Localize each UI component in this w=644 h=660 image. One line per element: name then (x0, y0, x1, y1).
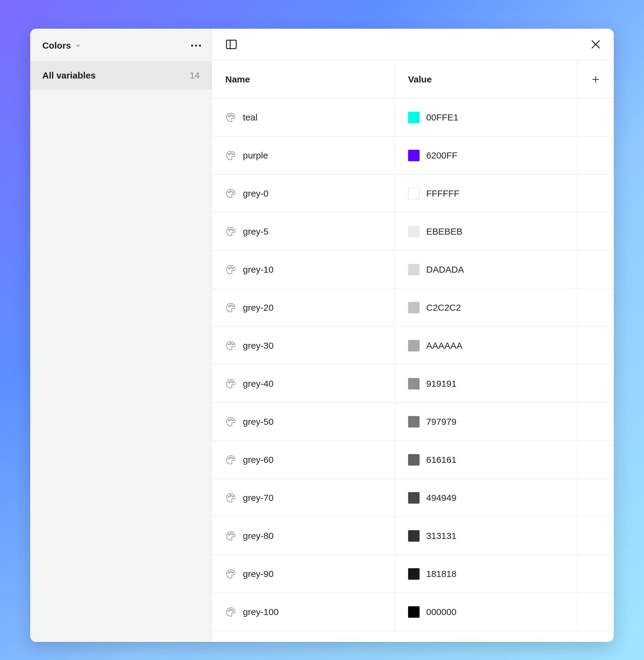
table-row[interactable]: grey-60 616161 (212, 441, 614, 479)
svg-point-49 (230, 609, 231, 610)
variable-extra-cell (578, 517, 614, 555)
table-row[interactable]: grey-20 C2C2C2 (212, 289, 614, 327)
variable-value-cell[interactable]: 616161 (395, 441, 578, 478)
more-options-button[interactable] (189, 39, 203, 52)
svg-point-29 (232, 344, 233, 345)
color-swatch (408, 416, 419, 427)
variable-name: grey-100 (243, 607, 278, 617)
variable-name-cell[interactable]: grey-90 (212, 555, 395, 593)
variable-value-cell[interactable]: 797979 (395, 403, 578, 441)
svg-point-45 (228, 572, 230, 573)
toggle-sidebar-button[interactable] (224, 37, 239, 52)
palette-icon (225, 416, 236, 427)
variable-value-cell[interactable]: AAAAAA (395, 327, 578, 364)
svg-point-37 (230, 457, 231, 458)
variable-name-cell[interactable]: grey-100 (212, 593, 395, 631)
sidebar-item-label: All variables (42, 70, 96, 80)
variable-name-cell[interactable]: grey-50 (212, 403, 395, 441)
table-row[interactable]: grey-80 313131 (212, 517, 614, 555)
variables-table: Name Value (212, 61, 614, 642)
variable-extra-cell (578, 365, 614, 402)
variable-name: grey-50 (243, 417, 274, 427)
variable-name: grey-10 (243, 264, 274, 275)
table-row[interactable]: grey-100 000000 (212, 593, 614, 631)
variable-name-cell[interactable]: grey-40 (212, 365, 395, 402)
palette-icon (225, 492, 236, 503)
svg-point-13 (230, 152, 231, 154)
palette-icon (225, 112, 236, 123)
variable-name-cell[interactable]: purple (212, 137, 395, 174)
variable-value: 00FFE1 (426, 112, 459, 123)
svg-point-48 (228, 610, 230, 611)
svg-point-1 (195, 45, 197, 47)
variable-name: grey-80 (243, 531, 274, 541)
variable-name: grey-30 (243, 340, 274, 351)
variable-value: 000000 (426, 607, 456, 617)
variable-value: C2C2C2 (426, 303, 461, 313)
svg-point-42 (228, 534, 230, 535)
variable-name-cell[interactable]: grey-20 (212, 289, 395, 326)
variable-name-cell[interactable]: grey-60 (212, 441, 395, 478)
variable-value-cell[interactable]: 00FFE1 (395, 98, 578, 136)
table-row[interactable]: grey-40 919191 (212, 365, 614, 403)
variable-value-cell[interactable]: FFFFFF (395, 174, 578, 212)
variable-value: 494949 (426, 493, 456, 503)
variable-name-cell[interactable]: grey-80 (212, 517, 395, 555)
column-header-name[interactable]: Name (212, 61, 395, 98)
more-horizontal-icon (191, 44, 201, 47)
variable-value-cell[interactable]: 494949 (395, 479, 578, 517)
table-row[interactable]: grey-10 DADADA (212, 251, 614, 289)
svg-point-25 (230, 305, 231, 306)
column-header-value[interactable]: Value (395, 61, 578, 98)
svg-point-23 (232, 267, 233, 269)
table-row[interactable]: grey-50 797979 (212, 403, 614, 441)
variable-name-cell[interactable]: grey-10 (212, 251, 395, 288)
close-button[interactable] (589, 37, 603, 52)
variables-toolbar (212, 29, 614, 61)
svg-point-36 (228, 458, 230, 459)
variable-value-cell[interactable]: 313131 (395, 517, 578, 555)
column-header-value-label: Value (408, 74, 432, 85)
variable-value-cell[interactable]: 181818 (395, 555, 578, 593)
color-swatch (408, 530, 419, 542)
svg-point-50 (232, 610, 233, 611)
palette-icon (225, 378, 236, 389)
add-mode-button[interactable] (591, 61, 600, 98)
variables-sidebar: Colors All variables 14 (30, 29, 212, 642)
table-row[interactable]: teal 00FFE1 (212, 98, 614, 137)
variable-name: grey-5 (243, 227, 269, 237)
variable-value-cell[interactable]: C2C2C2 (395, 289, 578, 326)
svg-point-16 (230, 190, 231, 192)
table-row[interactable]: grey-0 FFFFFF (212, 174, 614, 213)
variable-value-cell[interactable]: EBEBEB (395, 213, 578, 250)
table-row[interactable]: grey-90 181818 (212, 555, 614, 593)
table-row[interactable]: grey-30 AAAAAA (212, 327, 614, 365)
variable-value-cell[interactable]: DADADA (395, 251, 578, 288)
sidebar-item-all-variables[interactable]: All variables 14 (30, 61, 212, 90)
variable-value: 181818 (426, 569, 456, 579)
table-row[interactable]: grey-70 494949 (212, 479, 614, 517)
variable-value-cell[interactable]: 919191 (395, 365, 578, 402)
collection-picker[interactable]: Colors (42, 41, 81, 51)
table-row[interactable]: purple 6200FF (212, 137, 614, 174)
variables-panel: Colors All variables 14 (30, 29, 614, 642)
variable-name-cell[interactable]: grey-0 (212, 174, 395, 212)
variable-name-cell[interactable]: teal (212, 98, 395, 136)
variable-name-cell[interactable]: grey-70 (212, 479, 395, 517)
color-swatch (408, 378, 419, 390)
variable-value-cell[interactable]: 000000 (395, 593, 578, 631)
color-swatch (408, 454, 419, 466)
svg-point-40 (230, 495, 231, 496)
variable-name: grey-90 (243, 569, 274, 579)
svg-point-31 (230, 381, 231, 382)
variable-extra-cell (578, 593, 614, 631)
svg-point-14 (232, 154, 233, 155)
variable-value-cell[interactable]: 6200FF (395, 137, 578, 174)
variable-name-cell[interactable]: grey-5 (212, 213, 395, 250)
palette-icon (225, 150, 236, 161)
variable-extra-cell (578, 98, 614, 136)
variable-name-cell[interactable]: grey-30 (212, 327, 395, 364)
variable-extra-cell (578, 327, 614, 364)
table-row[interactable]: grey-5 EBEBEB (212, 213, 614, 251)
palette-icon (225, 568, 236, 580)
